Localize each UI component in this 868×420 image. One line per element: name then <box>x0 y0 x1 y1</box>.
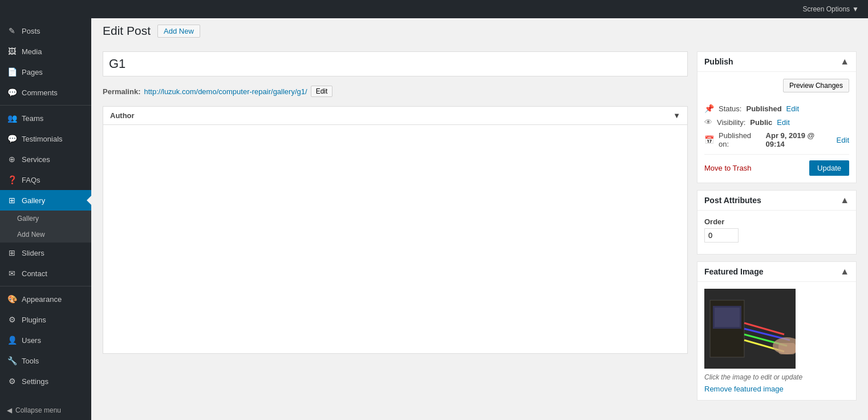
order-label: Order <box>704 217 849 226</box>
sidebar-item-label: Gallery <box>22 196 45 205</box>
submenu-gallery[interactable]: Gallery <box>0 211 91 227</box>
submenu-add-new-label: Add New <box>17 231 45 239</box>
page-title: Edit Post <box>103 24 151 38</box>
sidebar-item-appearance[interactable]: 🎨 Appearance <box>0 289 91 309</box>
comments-icon: 💬 <box>7 87 17 98</box>
collapse-icon: ◀ <box>7 406 12 414</box>
sidebar-item-plugins[interactable]: ⚙ Plugins <box>0 309 91 330</box>
testimonials-icon: 💬 <box>7 134 17 144</box>
sidebar-item-settings[interactable]: ⚙ Settings <box>0 371 91 391</box>
permalink-label: Permalink: <box>103 87 140 96</box>
sidebar-item-label: Appearance <box>22 295 62 304</box>
featured-image-thumbnail[interactable] <box>704 289 796 369</box>
sidebar-item-label: Settings <box>22 377 48 386</box>
publish-panel: Publish ▲ Preview Changes 📌 Status: Publ… <box>697 51 857 183</box>
visibility-icon: 👁 <box>704 118 712 127</box>
sidebar-item-label: Testimonials <box>22 135 63 143</box>
sidebar-item-posts[interactable]: ✎ Posts <box>0 21 91 41</box>
sidebar-item-label: Services <box>22 155 50 164</box>
collapse-label: Collapse menu <box>15 406 61 414</box>
gallery-icon: ⊞ <box>7 195 17 205</box>
update-button[interactable]: Update <box>809 160 849 176</box>
post-title-input[interactable] <box>103 51 688 76</box>
submenu-gallery-label: Gallery <box>17 215 39 223</box>
submenu-add-new[interactable]: Add New <box>0 227 91 243</box>
page-header: Edit Post Add New <box>91 18 868 42</box>
sidebar-item-faqs[interactable]: ❓ FAQs <box>0 169 91 190</box>
add-new-button[interactable]: Add New <box>157 25 200 38</box>
author-header[interactable]: Author ▼ <box>103 107 687 125</box>
visibility-edit-link[interactable]: Edit <box>777 118 789 127</box>
tools-icon: 🔧 <box>7 356 17 366</box>
featured-image-toggle[interactable]: ▲ <box>840 266 849 277</box>
sidebar-item-label: Teams <box>22 114 43 123</box>
publish-visibility-row: 👁 Visibility: Public Edit <box>704 118 849 127</box>
publish-status-row: 📌 Status: Published Edit <box>704 104 849 113</box>
order-input[interactable] <box>704 228 739 243</box>
publish-date-row: 📅 Published on: Apr 9, 2019 @ 09:14 Edit <box>704 131 849 148</box>
svg-rect-8 <box>778 343 796 354</box>
collapse-menu-button[interactable]: ◀ Collapse menu <box>0 401 91 420</box>
editor-area: Permalink: http://luzuk.com/demo/compute… <box>103 51 688 354</box>
publish-actions: Move to Trash Update <box>704 154 849 176</box>
permalink-edit-button[interactable]: Edit <box>311 86 333 97</box>
topbar: Screen Options ▼ <box>0 0 868 18</box>
sidebar-item-teams[interactable]: 👥 Teams <box>0 108 91 128</box>
sidebar-item-pages[interactable]: 📄 Pages <box>0 62 91 82</box>
sidebar-item-testimonials[interactable]: 💬 Testimonials <box>0 128 91 149</box>
content-area: Permalink: http://luzuk.com/demo/compute… <box>91 42 868 417</box>
sidebar-item-tools[interactable]: 🔧 Tools <box>0 350 91 371</box>
featured-image-body: Click the image to edit or update Remove… <box>697 282 856 400</box>
plugins-icon: ⚙ <box>7 314 17 325</box>
calendar-icon: 📅 <box>704 135 714 144</box>
status-icon: 📌 <box>704 104 714 113</box>
publish-panel-title: Publish <box>704 57 733 66</box>
sidebar-item-label: Posts <box>22 27 40 35</box>
visibility-value: Public <box>750 118 772 127</box>
sidebar: ⊞ Dashboard ✎ Posts 🖼 Media 📄 Pages 💬 Co… <box>0 0 91 420</box>
author-section: Author ▼ <box>103 106 688 354</box>
author-label: Author <box>110 111 135 120</box>
remove-featured-image-link[interactable]: Remove featured image <box>704 385 849 393</box>
author-body <box>103 125 687 353</box>
featured-image-svg <box>704 289 796 369</box>
preview-changes-button[interactable]: Preview Changes <box>783 79 849 92</box>
post-attributes-header: Post Attributes ▲ <box>697 191 856 211</box>
sidebar-item-gallery[interactable]: ⊞ Gallery <box>0 190 91 211</box>
settings-icon: ⚙ <box>7 376 17 386</box>
sidebar-item-media[interactable]: 🖼 Media <box>0 41 91 62</box>
post-attributes-toggle[interactable]: ▲ <box>840 195 849 205</box>
sliders-icon: ⊞ <box>7 248 17 258</box>
services-icon: ⊕ <box>7 154 17 164</box>
sidebar-item-label: Users <box>22 336 41 345</box>
move-to-trash-link[interactable]: Move to Trash <box>704 164 751 172</box>
sidebar-item-comments[interactable]: 💬 Comments <box>0 82 91 103</box>
status-label: Status: <box>719 104 741 113</box>
sidebar-item-label: Comments <box>22 88 58 97</box>
publish-panel-header: Publish ▲ <box>697 52 856 72</box>
sidebar-item-label: Sliders <box>22 249 44 257</box>
published-on-edit-link[interactable]: Edit <box>837 136 849 144</box>
post-attributes-body: Order <box>697 211 856 254</box>
post-attributes-title: Post Attributes <box>704 196 761 205</box>
screen-options-button[interactable]: Screen Options ▼ <box>802 5 859 13</box>
pages-icon: 📄 <box>7 67 17 77</box>
appearance-icon: 🎨 <box>7 294 17 304</box>
sidebar-item-contact[interactable]: ✉ Contact <box>0 263 91 284</box>
publish-panel-toggle[interactable]: ▲ <box>840 56 849 67</box>
permalink-link[interactable]: http://luzuk.com/demo/computer-repair/ga… <box>144 87 307 96</box>
sidebar-item-label: Pages <box>22 68 43 76</box>
sidebar-item-label: Tools <box>22 357 39 365</box>
published-on-label: Published on: <box>719 131 761 148</box>
status-edit-link[interactable]: Edit <box>786 104 799 113</box>
sidebar-item-label: Contact <box>22 269 47 278</box>
featured-image-panel: Featured Image ▲ <box>697 261 857 401</box>
post-attributes-panel: Post Attributes ▲ Order <box>697 190 857 255</box>
featured-image-header: Featured Image ▲ <box>697 262 856 282</box>
svg-rect-11 <box>715 308 740 327</box>
sidebar-item-users[interactable]: 👤 Users <box>0 330 91 350</box>
sidebar-item-sliders[interactable]: ⊞ Sliders <box>0 243 91 263</box>
right-sidebar: Publish ▲ Preview Changes 📌 Status: Publ… <box>697 51 857 407</box>
published-on-value: Apr 9, 2019 @ 09:14 <box>766 131 832 148</box>
sidebar-item-services[interactable]: ⊕ Services <box>0 149 91 169</box>
